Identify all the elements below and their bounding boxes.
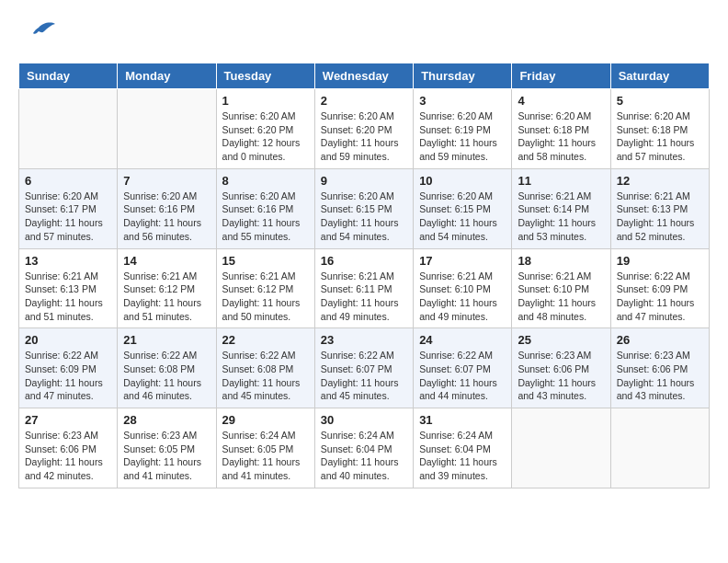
calendar-cell: 20Sunrise: 6:22 AM Sunset: 6:09 PM Dayli… <box>19 328 118 408</box>
weekday-header-sunday: Sunday <box>19 63 118 89</box>
day-info: Sunrise: 6:20 AM Sunset: 6:18 PM Dayligh… <box>518 109 604 164</box>
day-number: 7 <box>123 174 210 188</box>
day-info: Sunrise: 6:21 AM Sunset: 6:12 PM Dayligh… <box>222 270 309 324</box>
calendar-cell: 16Sunrise: 6:21 AM Sunset: 6:11 PM Dayli… <box>314 248 413 328</box>
day-info: Sunrise: 6:22 AM Sunset: 6:09 PM Dayligh… <box>25 349 111 403</box>
day-number: 18 <box>518 254 604 268</box>
day-number: 31 <box>419 413 506 427</box>
calendar-cell: 10Sunrise: 6:20 AM Sunset: 6:15 PM Dayli… <box>414 168 512 248</box>
day-info: Sunrise: 6:22 AM Sunset: 6:07 PM Dayligh… <box>321 349 407 403</box>
day-info: Sunrise: 6:23 AM Sunset: 6:06 PM Dayligh… <box>25 429 111 483</box>
calendar-cell: 3Sunrise: 6:20 AM Sunset: 6:19 PM Daylig… <box>414 89 512 169</box>
day-number: 21 <box>123 333 210 347</box>
calendar-week-row: 27Sunrise: 6:23 AM Sunset: 6:06 PM Dayli… <box>19 408 710 488</box>
day-info: Sunrise: 6:20 AM Sunset: 6:17 PM Dayligh… <box>25 190 111 244</box>
calendar-cell: 31Sunrise: 6:24 AM Sunset: 6:04 PM Dayli… <box>414 408 512 488</box>
weekday-header-friday: Friday <box>512 63 610 89</box>
day-info: Sunrise: 6:23 AM Sunset: 6:05 PM Dayligh… <box>123 429 210 483</box>
day-info: Sunrise: 6:20 AM Sunset: 6:16 PM Dayligh… <box>222 190 309 244</box>
calendar-cell: 12Sunrise: 6:21 AM Sunset: 6:13 PM Dayli… <box>610 168 709 248</box>
calendar-cell: 5Sunrise: 6:20 AM Sunset: 6:18 PM Daylig… <box>610 89 709 169</box>
calendar-cell: 1Sunrise: 6:20 AM Sunset: 6:20 PM Daylig… <box>216 89 314 169</box>
calendar-cell: 28Sunrise: 6:23 AM Sunset: 6:05 PM Dayli… <box>118 408 216 488</box>
page-header <box>18 18 710 53</box>
day-number: 13 <box>25 254 111 268</box>
day-info: Sunrise: 6:20 AM Sunset: 6:20 PM Dayligh… <box>222 109 309 164</box>
calendar-cell: 8Sunrise: 6:20 AM Sunset: 6:16 PM Daylig… <box>216 168 314 248</box>
day-info: Sunrise: 6:21 AM Sunset: 6:10 PM Dayligh… <box>518 270 604 324</box>
calendar-cell: 18Sunrise: 6:21 AM Sunset: 6:10 PM Dayli… <box>512 248 610 328</box>
weekday-header-wednesday: Wednesday <box>314 63 413 89</box>
day-number: 22 <box>222 333 309 347</box>
day-info: Sunrise: 6:23 AM Sunset: 6:06 PM Dayligh… <box>617 349 703 403</box>
day-number: 6 <box>25 174 111 188</box>
calendar-cell: 11Sunrise: 6:21 AM Sunset: 6:14 PM Dayli… <box>512 168 610 248</box>
day-number: 26 <box>617 333 703 347</box>
calendar-cell <box>118 89 216 169</box>
calendar-week-row: 1Sunrise: 6:20 AM Sunset: 6:20 PM Daylig… <box>19 89 710 169</box>
day-number: 14 <box>123 254 210 268</box>
day-number: 28 <box>123 413 210 427</box>
day-info: Sunrise: 6:20 AM Sunset: 6:15 PM Dayligh… <box>321 190 407 244</box>
day-info: Sunrise: 6:20 AM Sunset: 6:15 PM Dayligh… <box>419 190 506 244</box>
day-info: Sunrise: 6:21 AM Sunset: 6:13 PM Dayligh… <box>25 270 111 324</box>
calendar-week-row: 13Sunrise: 6:21 AM Sunset: 6:13 PM Dayli… <box>19 248 710 328</box>
calendar-cell <box>19 89 118 169</box>
day-info: Sunrise: 6:22 AM Sunset: 6:09 PM Dayligh… <box>617 270 703 324</box>
day-info: Sunrise: 6:20 AM Sunset: 6:16 PM Dayligh… <box>123 190 210 244</box>
calendar-cell: 21Sunrise: 6:22 AM Sunset: 6:08 PM Dayli… <box>118 328 216 408</box>
day-number: 3 <box>419 94 506 108</box>
day-info: Sunrise: 6:22 AM Sunset: 6:08 PM Dayligh… <box>123 349 210 403</box>
day-number: 25 <box>518 333 604 347</box>
day-number: 20 <box>25 333 111 347</box>
weekday-header-monday: Monday <box>118 63 216 89</box>
day-number: 24 <box>419 333 506 347</box>
calendar-cell: 22Sunrise: 6:22 AM Sunset: 6:08 PM Dayli… <box>216 328 314 408</box>
weekday-header-thursday: Thursday <box>414 63 512 89</box>
day-info: Sunrise: 6:21 AM Sunset: 6:10 PM Dayligh… <box>419 270 506 324</box>
calendar-week-row: 20Sunrise: 6:22 AM Sunset: 6:09 PM Dayli… <box>19 328 710 408</box>
weekday-header-tuesday: Tuesday <box>216 63 314 89</box>
day-number: 29 <box>222 413 309 427</box>
calendar-cell <box>512 408 610 488</box>
calendar-cell: 23Sunrise: 6:22 AM Sunset: 6:07 PM Dayli… <box>314 328 413 408</box>
calendar-cell: 2Sunrise: 6:20 AM Sunset: 6:20 PM Daylig… <box>314 89 413 169</box>
day-info: Sunrise: 6:24 AM Sunset: 6:04 PM Dayligh… <box>321 429 407 483</box>
day-number: 11 <box>518 174 604 188</box>
day-number: 16 <box>321 254 407 268</box>
day-number: 30 <box>321 413 407 427</box>
logo <box>18 18 61 53</box>
calendar-header-row: SundayMondayTuesdayWednesdayThursdayFrid… <box>19 63 710 89</box>
day-number: 5 <box>617 94 703 108</box>
day-info: Sunrise: 6:21 AM Sunset: 6:12 PM Dayligh… <box>123 270 210 324</box>
day-number: 23 <box>321 333 407 347</box>
calendar-cell: 25Sunrise: 6:23 AM Sunset: 6:06 PM Dayli… <box>512 328 610 408</box>
calendar-cell: 17Sunrise: 6:21 AM Sunset: 6:10 PM Dayli… <box>414 248 512 328</box>
day-number: 8 <box>222 174 309 188</box>
calendar-cell: 15Sunrise: 6:21 AM Sunset: 6:12 PM Dayli… <box>216 248 314 328</box>
day-number: 1 <box>222 94 309 108</box>
day-info: Sunrise: 6:22 AM Sunset: 6:08 PM Dayligh… <box>222 349 309 403</box>
calendar-cell: 14Sunrise: 6:21 AM Sunset: 6:12 PM Dayli… <box>118 248 216 328</box>
calendar-cell: 9Sunrise: 6:20 AM Sunset: 6:15 PM Daylig… <box>314 168 413 248</box>
day-info: Sunrise: 6:24 AM Sunset: 6:05 PM Dayligh… <box>222 429 309 483</box>
calendar-week-row: 6Sunrise: 6:20 AM Sunset: 6:17 PM Daylig… <box>19 168 710 248</box>
calendar-cell: 7Sunrise: 6:20 AM Sunset: 6:16 PM Daylig… <box>118 168 216 248</box>
weekday-header-saturday: Saturday <box>610 63 709 89</box>
day-info: Sunrise: 6:22 AM Sunset: 6:07 PM Dayligh… <box>419 349 506 403</box>
calendar-cell: 27Sunrise: 6:23 AM Sunset: 6:06 PM Dayli… <box>19 408 118 488</box>
day-number: 2 <box>321 94 407 108</box>
calendar-cell: 4Sunrise: 6:20 AM Sunset: 6:18 PM Daylig… <box>512 89 610 169</box>
calendar-cell: 26Sunrise: 6:23 AM Sunset: 6:06 PM Dayli… <box>610 328 709 408</box>
day-number: 15 <box>222 254 309 268</box>
calendar-cell: 30Sunrise: 6:24 AM Sunset: 6:04 PM Dayli… <box>314 408 413 488</box>
calendar-cell: 19Sunrise: 6:22 AM Sunset: 6:09 PM Dayli… <box>610 248 709 328</box>
day-number: 9 <box>321 174 407 188</box>
day-info: Sunrise: 6:21 AM Sunset: 6:14 PM Dayligh… <box>518 190 604 244</box>
calendar-cell: 29Sunrise: 6:24 AM Sunset: 6:05 PM Dayli… <box>216 408 314 488</box>
day-info: Sunrise: 6:23 AM Sunset: 6:06 PM Dayligh… <box>518 349 604 403</box>
day-info: Sunrise: 6:20 AM Sunset: 6:20 PM Dayligh… <box>321 109 407 164</box>
calendar-cell: 24Sunrise: 6:22 AM Sunset: 6:07 PM Dayli… <box>414 328 512 408</box>
day-number: 12 <box>617 174 703 188</box>
calendar-table: SundayMondayTuesdayWednesdayThursdayFrid… <box>18 63 710 488</box>
